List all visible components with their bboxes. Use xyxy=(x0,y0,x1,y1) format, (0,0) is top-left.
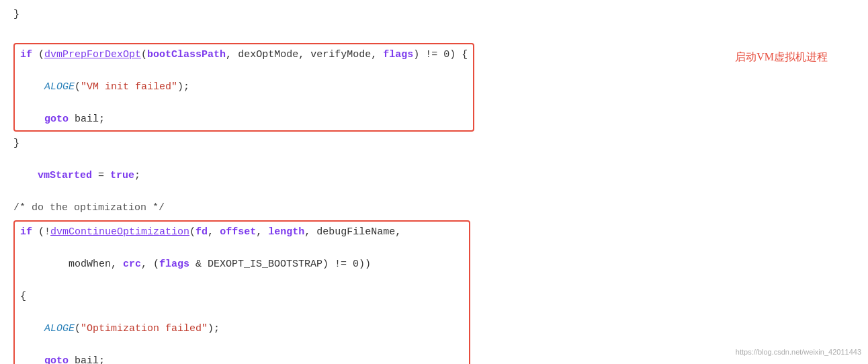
code-line-if: if (dvmPrepForDexOpt(bootClassPath, dexO… xyxy=(20,47,468,63)
code-line-goto2: goto bail; xyxy=(20,353,464,364)
code-line-vmstarted: vmStarted = true; xyxy=(13,168,855,184)
optimization-block: if (!dvmContinueOptimization(fd, offset,… xyxy=(13,219,855,364)
code-area: } if (dvmPrepForDexOpt(bootClassPath, de… xyxy=(13,7,855,364)
code-line-aloge1: ALOGE("VM init failed"); xyxy=(20,79,468,95)
code-line-comment: /* do the optimization */ xyxy=(13,200,855,216)
code-line-if2b: modWhen, crc, (flags & DEXOPT_IS_BOOTSTR… xyxy=(20,257,464,273)
code-line-goto1: goto bail; xyxy=(20,111,468,128)
code-line-aloge2: ALOGE("Optimization failed"); xyxy=(20,321,464,337)
code-line-if2: if (!dvmContinueOptimization(fd, offset,… xyxy=(20,224,464,240)
optimization-redbox: if (!dvmContinueOptimization(fd, offset,… xyxy=(13,220,470,364)
vm-init-redbox: if (dvmPrepForDexOpt(bootClassPath, dexO… xyxy=(13,43,474,132)
annotation-vm: 启动VM虚拟机进程 xyxy=(735,48,828,66)
code-line-close1: } xyxy=(13,136,855,152)
vm-init-block: if (dvmPrepForDexOpt(bootClassPath, dexO… xyxy=(13,42,855,133)
code-line: } xyxy=(13,7,855,23)
code-line-brace2: { xyxy=(20,289,464,305)
watermark: https://blog.csdn.net/weixin_42011443 xyxy=(736,347,861,359)
